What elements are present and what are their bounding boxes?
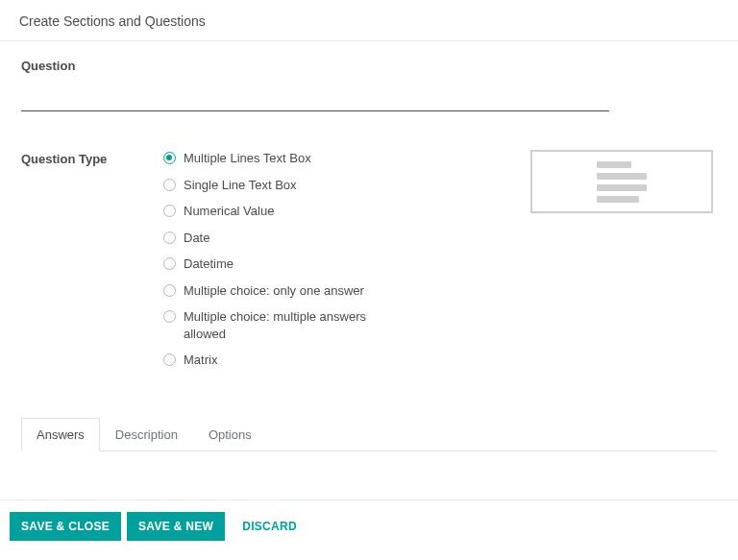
question-type-row: Question Type Multiple Lines Text Box Si… (21, 150, 717, 378)
radio-icon (163, 179, 176, 191)
question-type-label: Question Type (21, 150, 163, 166)
tab-description[interactable]: Description (100, 418, 193, 451)
radio-icon (163, 152, 176, 164)
radio-date[interactable]: Date (163, 230, 384, 247)
modal-title: Create Sections and Questions (0, 0, 738, 41)
question-label: Question (21, 59, 717, 73)
tab-options[interactable]: Options (193, 418, 267, 451)
radio-label: Multiple choice: only one answer (184, 282, 364, 300)
radio-label: Matrix (184, 352, 217, 369)
radio-icon (163, 284, 176, 297)
radio-matrix[interactable]: Matrix (163, 352, 384, 369)
radio-label: Multiple Lines Text Box (184, 150, 311, 167)
modal-body: Question Question Type Multiple Lines Te… (0, 41, 738, 451)
type-preview-box (530, 150, 713, 213)
radio-icon (163, 310, 176, 323)
radio-mc-multiple[interactable]: Multiple choice: multiple answers allowe… (163, 308, 384, 342)
radio-label: Datetime (184, 256, 234, 273)
question-input[interactable] (21, 86, 609, 111)
discard-button[interactable]: Discard (231, 512, 308, 541)
radio-label: Single Line Text Box (184, 177, 297, 194)
question-type-radios: Multiple Lines Text Box Single Line Text… (163, 150, 384, 378)
tabs: Answers Description Options (21, 417, 717, 451)
tab-answers[interactable]: Answers (21, 418, 100, 451)
radio-datetime[interactable]: Datetime (163, 256, 384, 273)
radio-label: Date (184, 230, 209, 247)
modal-footer: Save & Close Save & New Discard (0, 499, 738, 554)
radio-single-line[interactable]: Single Line Text Box (163, 177, 384, 194)
radio-icon (163, 353, 176, 366)
multiline-preview-icon (597, 161, 647, 203)
radio-mc-one[interactable]: Multiple choice: only one answer (163, 282, 384, 300)
radio-icon (163, 257, 176, 270)
radio-multiple-lines[interactable]: Multiple Lines Text Box (163, 150, 384, 167)
save-close-button[interactable]: Save & Close (10, 512, 121, 541)
radio-icon (163, 205, 176, 217)
radio-label: Numerical Value (184, 203, 274, 220)
save-new-button[interactable]: Save & New (127, 512, 225, 541)
radio-numerical[interactable]: Numerical Value (163, 203, 384, 220)
radio-icon (163, 231, 176, 244)
radio-label: Multiple choice: multiple answers allowe… (184, 308, 384, 342)
